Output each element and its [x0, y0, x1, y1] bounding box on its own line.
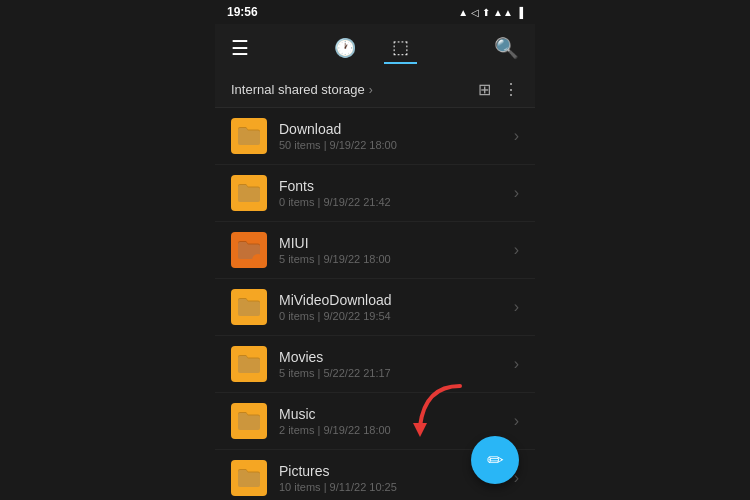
chevron-right-icon: ›: [514, 184, 519, 202]
search-icon[interactable]: 🔍: [494, 36, 519, 60]
file-info: MiVideoDownload 0 items | 9/20/22 19:54: [279, 292, 506, 322]
chevron-right-icon: ›: [514, 298, 519, 316]
battery-icon: ▐: [516, 7, 523, 18]
top-bar-center: 🕐 ⬚: [326, 32, 417, 64]
file-meta: 5 items | 9/19/22 18:00: [279, 253, 506, 265]
folder-icon: [231, 175, 267, 211]
folder-icon: [231, 289, 267, 325]
folder-icon: [231, 346, 267, 382]
file-info: MIUI 5 items | 9/19/22 18:00: [279, 235, 506, 265]
file-name: MIUI: [279, 235, 506, 251]
data-icon: ⬆: [482, 7, 490, 18]
file-name: Fonts: [279, 178, 506, 194]
breadcrumb-bar: Internal shared storage › ⊞ ⋮: [215, 72, 535, 108]
breadcrumb[interactable]: Internal shared storage ›: [231, 82, 373, 97]
folder-svg: [235, 293, 263, 321]
file-meta: 0 items | 9/19/22 21:42: [279, 196, 506, 208]
svg-marker-0: [413, 423, 427, 437]
fab-icon: ✏: [487, 448, 504, 472]
chevron-right-icon: ›: [514, 412, 519, 430]
history-icon[interactable]: 🕐: [326, 33, 364, 63]
status-time: 19:56: [227, 5, 258, 19]
folder-svg: [235, 122, 263, 150]
file-name: Movies: [279, 349, 506, 365]
top-bar: ☰ 🕐 ⬚ 🔍: [215, 24, 535, 72]
folder-icon: [231, 460, 267, 496]
list-item[interactable]: MiVideoDownload 0 items | 9/20/22 19:54 …: [215, 279, 535, 336]
status-icons: ▲ ◁ ⬆ ▲▲ ▐: [458, 7, 523, 18]
folder-badge: [252, 254, 264, 266]
status-bar: 19:56 ▲ ◁ ⬆ ▲▲ ▐: [215, 0, 535, 24]
more-options-icon[interactable]: ⋮: [503, 80, 519, 99]
chevron-right-icon: ›: [514, 355, 519, 373]
breadcrumb-actions: ⊞ ⋮: [478, 80, 519, 99]
file-name: Download: [279, 121, 506, 137]
wifi-icon: ▲▲: [493, 7, 513, 18]
file-meta: 0 items | 9/20/22 19:54: [279, 310, 506, 322]
folder-svg: [235, 464, 263, 492]
file-info: Fonts 0 items | 9/19/22 21:42: [279, 178, 506, 208]
file-meta: 5 items | 5/22/22 21:17: [279, 367, 506, 379]
breadcrumb-chevron: ›: [369, 83, 373, 97]
file-info: Movies 5 items | 5/22/22 21:17: [279, 349, 506, 379]
file-meta: 50 items | 9/19/22 18:00: [279, 139, 506, 151]
list-item[interactable]: Fonts 0 items | 9/19/22 21:42 ›: [215, 165, 535, 222]
list-item[interactable]: MIUI 5 items | 9/19/22 18:00 ›: [215, 222, 535, 279]
list-item[interactable]: Download 50 items | 9/19/22 18:00 ›: [215, 108, 535, 165]
folder-icon: [231, 403, 267, 439]
file-meta: 10 items | 9/11/22 10:25: [279, 481, 506, 493]
file-name: MiVideoDownload: [279, 292, 506, 308]
grid-view-icon[interactable]: ⊞: [478, 80, 491, 99]
folder-icon: [231, 118, 267, 154]
folder-icon: [231, 232, 267, 268]
folder-svg: [235, 179, 263, 207]
menu-icon[interactable]: ☰: [231, 36, 249, 60]
folder-svg: [235, 407, 263, 435]
signal-icon: ▲: [458, 7, 468, 18]
arrow-indicator: [405, 381, 475, 445]
folder-svg: [235, 350, 263, 378]
phone-frame: 19:56 ▲ ◁ ⬆ ▲▲ ▐ ☰ 🕐 ⬚ 🔍 Internal shared…: [215, 0, 535, 500]
list-item[interactable]: Movies 5 items | 5/22/22 21:17 ›: [215, 336, 535, 393]
folder-tab-icon[interactable]: ⬚: [384, 32, 417, 64]
file-info: Download 50 items | 9/19/22 18:00: [279, 121, 506, 151]
location-icon: ◁: [471, 7, 479, 18]
chevron-right-icon: ›: [514, 241, 519, 259]
breadcrumb-label: Internal shared storage: [231, 82, 365, 97]
fab-button[interactable]: ✏: [471, 436, 519, 484]
chevron-right-icon: ›: [514, 127, 519, 145]
